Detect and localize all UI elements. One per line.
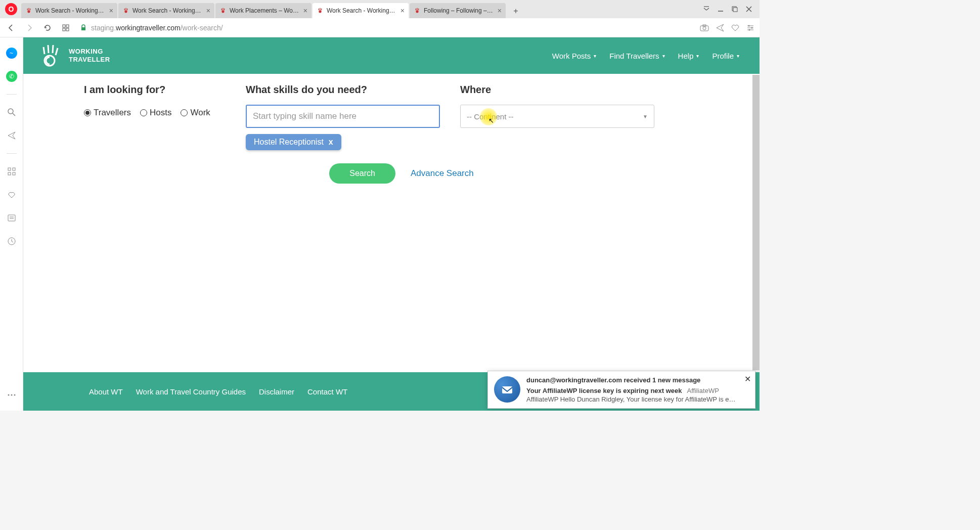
more-icon[interactable] bbox=[6, 389, 17, 401]
radio-travellers[interactable]: Travellers bbox=[84, 108, 131, 118]
opera-logo-icon: O bbox=[5, 3, 17, 15]
instant-search-icon[interactable] bbox=[6, 130, 17, 141]
toast-close-button[interactable]: ✕ bbox=[744, 374, 751, 384]
reload-button[interactable] bbox=[41, 22, 54, 34]
news-icon[interactable] bbox=[6, 212, 17, 224]
svg-point-36 bbox=[14, 394, 15, 396]
toast-title: duncan@workingtraveller.com received 1 n… bbox=[526, 376, 749, 384]
browser-tabs: Work Search - Working Tra × Work Search … bbox=[21, 0, 699, 18]
svg-rect-45 bbox=[502, 386, 512, 393]
heart-icon[interactable] bbox=[731, 24, 739, 32]
svg-point-21 bbox=[748, 25, 750, 26]
radio-work[interactable]: Work bbox=[181, 108, 210, 118]
tab-title: Work Search - Working Tra bbox=[327, 7, 396, 14]
footer-link-contact[interactable]: Contact WT bbox=[307, 387, 347, 396]
site-logo[interactable]: WORKING TRAVELLER bbox=[38, 43, 110, 68]
tab-menu-icon[interactable] bbox=[703, 6, 710, 13]
grid-icon[interactable] bbox=[6, 166, 17, 177]
continent-value: -- Continent -- bbox=[467, 112, 514, 121]
nav-work-posts[interactable]: Work Posts▾ bbox=[552, 52, 596, 60]
footer-link-disclaimer[interactable]: Disclaimer bbox=[259, 387, 294, 396]
logo-text-line1: WORKING bbox=[69, 48, 110, 56]
footer-link-guides[interactable]: Work and Travel Country Guides bbox=[136, 387, 246, 396]
tab-close-icon[interactable]: × bbox=[398, 7, 407, 15]
search-form: I am looking for? Travellers Hosts Work … bbox=[23, 74, 760, 165]
svg-point-24 bbox=[8, 109, 13, 114]
footer-link-about[interactable]: About WT bbox=[89, 387, 123, 396]
svg-rect-28 bbox=[8, 172, 11, 175]
advance-search-link[interactable]: Advance Search bbox=[411, 168, 474, 179]
tab-close-icon[interactable]: × bbox=[496, 7, 504, 15]
nav-profile[interactable]: Profile▾ bbox=[712, 52, 739, 60]
svg-point-3 bbox=[319, 10, 321, 13]
chevron-down-icon: ▾ bbox=[737, 53, 739, 59]
opera-sidebar: ~ ✆ bbox=[0, 37, 23, 411]
forward-button[interactable] bbox=[23, 22, 35, 34]
thunderbird-icon bbox=[494, 376, 520, 403]
camera-icon[interactable] bbox=[700, 24, 709, 32]
speed-dial-icon[interactable] bbox=[60, 22, 72, 34]
nav-find-travellers[interactable]: Find Travellers▾ bbox=[609, 52, 664, 60]
svg-rect-7 bbox=[733, 8, 737, 12]
maximize-button[interactable] bbox=[731, 6, 738, 13]
browser-tab[interactable]: Work Search - Working Tra × bbox=[21, 3, 117, 18]
site-header: WORKING TRAVELLER Work Posts▾ Find Trave… bbox=[23, 37, 760, 74]
radio-hosts[interactable]: Hosts bbox=[140, 108, 171, 118]
radio-icon bbox=[181, 109, 188, 116]
logo-text-line2: TRAVELLER bbox=[69, 56, 110, 64]
svg-rect-27 bbox=[13, 168, 15, 170]
page-content: WORKING TRAVELLER Work Posts▾ Find Trave… bbox=[23, 37, 760, 411]
whatsapp-icon[interactable]: ✆ bbox=[6, 71, 17, 82]
svg-rect-13 bbox=[66, 28, 69, 31]
svg-rect-14 bbox=[81, 27, 85, 30]
toast-message: AffiliateWP Hello Duncan Ridgley, Your l… bbox=[526, 395, 739, 403]
url-field[interactable]: staging.workingtraveller.com/work-search… bbox=[78, 24, 694, 32]
messenger-icon[interactable]: ~ bbox=[6, 48, 17, 59]
radio-icon bbox=[140, 109, 147, 116]
svg-line-40 bbox=[53, 45, 53, 53]
skill-tag: Hostel Receptionist x bbox=[246, 134, 341, 150]
vertical-scrollbar[interactable] bbox=[752, 75, 760, 411]
svg-rect-12 bbox=[63, 28, 65, 31]
continent-select[interactable]: -- Continent -- ▼ ↖ bbox=[460, 105, 654, 128]
skills-label: What skills do you need? bbox=[246, 84, 440, 96]
favicon-icon bbox=[122, 7, 129, 14]
search-icon[interactable] bbox=[6, 107, 17, 118]
tab-close-icon[interactable]: × bbox=[301, 7, 309, 15]
history-icon[interactable] bbox=[6, 236, 17, 247]
browser-tab[interactable]: Work Search - Working Tra × bbox=[118, 3, 214, 18]
tab-title: Work Search - Working Tra bbox=[132, 7, 202, 14]
back-button[interactable] bbox=[5, 22, 17, 34]
svg-rect-26 bbox=[8, 168, 11, 170]
easy-setup-icon[interactable] bbox=[746, 24, 754, 32]
svg-point-4 bbox=[416, 10, 418, 13]
search-button[interactable]: Search bbox=[329, 163, 395, 184]
svg-point-0 bbox=[27, 10, 30, 13]
minimize-button[interactable] bbox=[717, 6, 724, 13]
url-text: staging.workingtraveller.com/work-search… bbox=[91, 24, 223, 32]
browser-tab[interactable]: Following – Following – Jo × bbox=[410, 3, 506, 18]
bookmarks-heart-icon[interactable] bbox=[6, 189, 17, 200]
skills-input[interactable] bbox=[246, 105, 440, 128]
tab-close-icon[interactable]: × bbox=[107, 7, 115, 15]
tab-title: Work Search - Working Tra bbox=[35, 7, 105, 14]
browser-tab[interactable]: Work Placements – Work P × bbox=[215, 3, 311, 18]
toast-app: AffiliateWP bbox=[687, 387, 719, 394]
nav-help[interactable]: Help▾ bbox=[678, 52, 699, 60]
close-window-button[interactable] bbox=[745, 6, 752, 13]
add-tab-button[interactable]: + bbox=[509, 4, 523, 18]
skill-tag-remove[interactable]: x bbox=[329, 138, 333, 147]
send-icon[interactable] bbox=[716, 24, 724, 32]
where-label: Where bbox=[460, 84, 654, 96]
browser-tab-active[interactable]: Work Search - Working Tra × bbox=[313, 3, 409, 18]
svg-point-2 bbox=[221, 10, 224, 13]
svg-line-39 bbox=[48, 45, 49, 53]
main-nav: Work Posts▾ Find Travellers▾ Help▾ Profi… bbox=[552, 52, 739, 60]
tab-title: Work Placements – Work P bbox=[230, 7, 299, 14]
tab-close-icon[interactable]: × bbox=[204, 7, 212, 15]
notification-toast[interactable]: duncan@workingtraveller.com received 1 n… bbox=[487, 371, 755, 409]
svg-rect-29 bbox=[13, 172, 15, 175]
favicon-icon bbox=[414, 7, 421, 14]
favicon-icon bbox=[25, 7, 32, 14]
svg-point-22 bbox=[751, 27, 753, 28]
